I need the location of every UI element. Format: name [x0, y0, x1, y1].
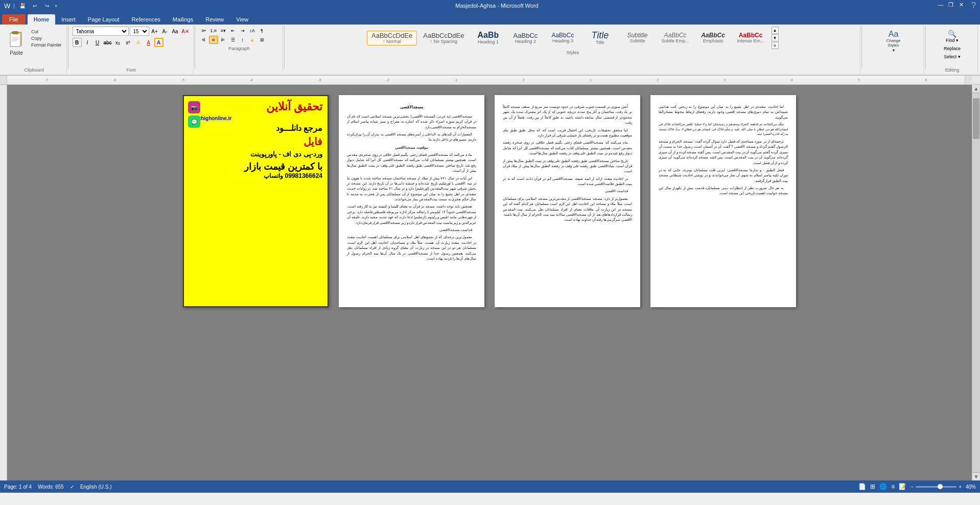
- cut-button[interactable]: Cut: [30, 29, 63, 35]
- increase-indent-btn[interactable]: ⇥: [238, 27, 247, 35]
- scroll-thumb[interactable]: [973, 98, 979, 139]
- view-full-screen-icon[interactable]: ⊞: [870, 483, 875, 490]
- style-heading2[interactable]: AaBbCc Heading 2: [507, 31, 543, 45]
- font-size-select[interactable]: 15: [130, 27, 149, 36]
- view-outline-icon[interactable]: ≡: [891, 483, 895, 490]
- tab-mailings[interactable]: Mailings: [167, 14, 199, 25]
- styles-scroll-down[interactable]: ▼: [772, 34, 779, 41]
- view-draft-icon[interactable]: 📝: [899, 483, 906, 490]
- document-area[interactable]: 📷 💬 تحقیق آنلاین Tahghighonline.ir مرجع …: [7, 85, 972, 480]
- align-right-btn[interactable]: ⫸: [219, 36, 228, 44]
- redo-quick-btn[interactable]: ↪: [42, 1, 52, 10]
- format-painter-button[interactable]: Format Painter: [30, 42, 63, 48]
- shrink-font-btn[interactable]: A-: [160, 27, 170, 36]
- shading-btn[interactable]: ▲: [248, 36, 257, 44]
- ad-url: Tahghighonline.ir: [189, 116, 322, 121]
- minimize-btn[interactable]: —: [937, 1, 945, 8]
- tab-references[interactable]: References: [126, 14, 167, 25]
- sort-btn[interactable]: ↕A: [248, 27, 257, 35]
- styles-scroll-btns: ▲ ▼ ≡: [772, 27, 779, 49]
- help-icon[interactable]: ?: [971, 1, 976, 10]
- font-name-select[interactable]: Tahoma: [73, 27, 129, 36]
- multilevel-btn[interactable]: ≡▾: [219, 27, 228, 35]
- subscript-btn[interactable]: x₂: [113, 38, 123, 47]
- language[interactable]: English (U.S.): [80, 484, 112, 490]
- zoom-level[interactable]: 40%: [966, 484, 976, 490]
- numbering-btn[interactable]: 1.≡: [209, 27, 218, 35]
- find-button[interactable]: 🔍 Find ▾: [941, 29, 964, 44]
- paste-button[interactable]: Paste: [5, 29, 28, 57]
- view-web-icon[interactable]: 🌐: [879, 483, 887, 490]
- text-highlight-btn[interactable]: A: [134, 38, 143, 47]
- styles-more[interactable]: ≡: [772, 42, 779, 49]
- superscript-btn[interactable]: x²: [124, 38, 133, 47]
- styles-scroll-up[interactable]: ▲: [772, 27, 779, 34]
- underline-btn[interactable]: U: [93, 38, 102, 47]
- page-3-para5: در احادیث متعدد اراثه از ائمه شیعه، مسجد…: [503, 176, 632, 187]
- style-heading3[interactable]: AaBbCc Heading 3: [545, 31, 580, 45]
- ad-yellow-section: 📷 💬 تحقیق آنلاین Tahghighonline.ir مرجع …: [184, 96, 328, 306]
- tab-file[interactable]: File: [2, 14, 26, 25]
- bullets-btn[interactable]: ≡•: [199, 27, 208, 35]
- change-styles-group: Aa ChangeStyles ▾: [863, 26, 924, 74]
- style-emphasis[interactable]: AaBbCc Emphasis: [695, 31, 731, 45]
- scroll-up-btn[interactable]: ▲: [972, 85, 980, 93]
- clear-format-btn[interactable]: A✕: [181, 27, 190, 36]
- align-center-btn[interactable]: ≡: [209, 36, 218, 44]
- tab-review[interactable]: Review: [199, 14, 230, 25]
- tab-page-layout[interactable]: Page Layout: [82, 14, 126, 25]
- style-intense-emp[interactable]: AaBbCc Intense Em...: [732, 31, 768, 45]
- style-title[interactable]: Title Title: [582, 29, 618, 47]
- justify-btn[interactable]: ☰: [228, 36, 238, 44]
- scroll-track[interactable]: [972, 93, 980, 472]
- zoom-out-btn[interactable]: −: [911, 484, 914, 490]
- tab-insert[interactable]: Insert: [55, 14, 82, 25]
- show-hide-btn[interactable]: ¶: [258, 27, 267, 35]
- decrease-indent-btn[interactable]: ⇤: [228, 27, 238, 35]
- ruler-mark-0: 0: [523, 78, 525, 82]
- change-styles-icon: Aa: [889, 30, 899, 39]
- maximize-btn[interactable]: ❐: [947, 1, 955, 8]
- bold-btn[interactable]: B: [73, 38, 82, 47]
- change-styles-button[interactable]: Aa ChangeStyles ▾: [881, 29, 906, 54]
- tab-view[interactable]: View: [230, 14, 254, 25]
- align-left-btn[interactable]: ⫷: [199, 36, 208, 44]
- replace-button[interactable]: Replace: [941, 45, 964, 52]
- style-heading2-label: Heading 2: [515, 39, 536, 44]
- line-spacing-btn[interactable]: ↕: [238, 36, 247, 44]
- styles-label: Styles: [567, 49, 579, 55]
- page-4-para5: به هر حال ضرورت نظر از انتظارات دینی مسل…: [659, 186, 788, 196]
- italic-btn[interactable]: I: [83, 38, 92, 47]
- select-button[interactable]: Select ▾: [941, 53, 964, 60]
- style-emphasis-preview: AaBbCc: [701, 32, 725, 38]
- page-3-para7: معمول‌تر از دارد: مسجد مسجدالاقصی از مقد…: [503, 196, 632, 223]
- font-color-btn[interactable]: A: [154, 38, 164, 47]
- style-subtitle[interactable]: Subtitle Subtitle: [619, 31, 655, 45]
- copy-button[interactable]: Copy: [30, 35, 63, 41]
- vertical-scrollbar[interactable]: ▲ ▼: [972, 85, 980, 480]
- zoom-track[interactable]: [916, 486, 956, 488]
- change-case-btn[interactable]: Aa: [171, 27, 180, 36]
- border-btn[interactable]: ⊞: [258, 36, 267, 44]
- paragraph-group: ≡• 1.≡ ≡▾ ⇤ ⇥ ↕A ¶ ⫷ ≡ ⫸ ☰ ↕ ▲ ⊞ Paragra…: [196, 26, 283, 74]
- styles-list: AaBbCcDdEe ↑ Normal AaBbCcDdEe ↑ No Spac…: [367, 27, 779, 49]
- zoom-in-btn[interactable]: +: [959, 484, 962, 490]
- page-3-para2: اما محقق تحقیقات تاریخی، این احتمال قریب…: [503, 128, 632, 139]
- scroll-down-btn[interactable]: ▼: [972, 472, 980, 480]
- strikethrough-btn[interactable]: abc: [103, 38, 112, 47]
- style-heading1-preview: AaBb: [478, 31, 499, 39]
- grow-font-btn[interactable]: A+: [150, 27, 159, 36]
- page-2-para7: معمول‌ترین درجه‌ای که از تجمع‌های اهل اس…: [347, 235, 476, 261]
- style-subtle-emp-preview: AaBbCc: [664, 32, 686, 38]
- whatsapp-icon: 💬: [188, 116, 200, 128]
- close-btn[interactable]: ✕: [957, 1, 965, 8]
- style-no-spacing[interactable]: AaBbCcDdEe ↑ No Spacing: [418, 31, 469, 45]
- text-color-btn[interactable]: A: [144, 38, 153, 47]
- tab-home[interactable]: Home: [28, 14, 56, 25]
- save-quick-btn[interactable]: 💾: [18, 1, 27, 10]
- style-heading1[interactable]: AaBb Heading 1: [470, 30, 506, 46]
- view-print-icon[interactable]: 📄: [858, 483, 866, 490]
- style-normal[interactable]: AaBbCcDdEe ↑ Normal: [367, 31, 417, 45]
- undo-quick-btn[interactable]: ↩: [30, 1, 39, 10]
- style-subtle-emp[interactable]: AaBbCc Subtle Emp...: [657, 31, 693, 45]
